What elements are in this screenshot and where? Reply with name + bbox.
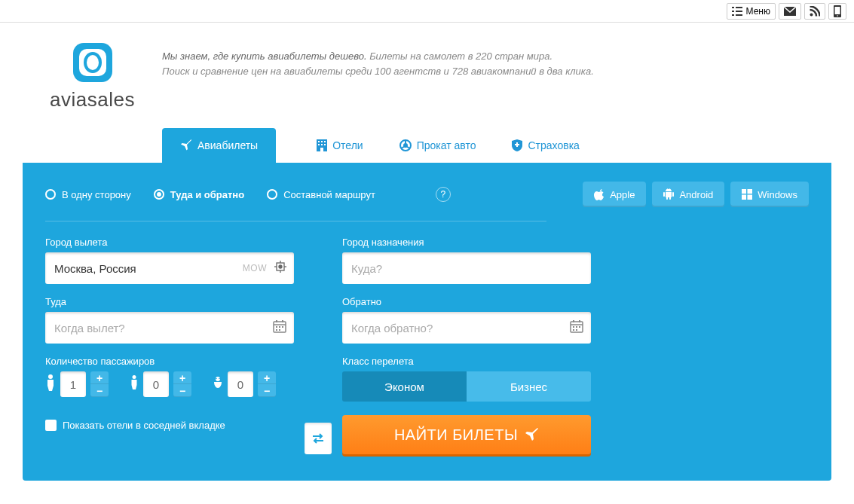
mobile-button[interactable] [828,3,846,20]
from-input-wrap: MOW [45,252,294,284]
pax-child-input[interactable] [143,371,169,397]
rss-button[interactable] [804,3,825,20]
svg-rect-0 [732,7,734,8]
list-icon [732,7,742,16]
svg-rect-18 [324,141,326,142]
svg-rect-33 [748,195,753,200]
rss-icon [810,6,820,17]
return-input[interactable] [342,312,591,344]
radio-roundtrip[interactable]: Туда и обратно [154,189,244,200]
svg-point-7 [810,13,813,16]
pax-infant-minus[interactable]: − [258,384,276,397]
svg-rect-29 [515,144,519,145]
swap-icon [311,432,325,444]
target-icon[interactable] [274,261,286,276]
svg-rect-61 [573,329,574,331]
windows-icon [742,189,752,200]
building-icon [317,139,327,151]
shield-icon [512,139,522,151]
apple-button[interactable]: Apple [583,182,646,207]
svg-point-50 [133,375,136,379]
steering-icon [399,139,412,151]
pax-infant-plus[interactable]: + [258,371,276,384]
radio-icon [154,189,164,200]
pax-infant-input[interactable] [228,371,253,397]
child-icon [130,375,139,393]
search-button[interactable]: НАЙТИ БИЛЕТЫ [342,415,591,454]
mail-button[interactable] [779,3,801,20]
svg-rect-42 [276,320,277,322]
help-icon[interactable]: ? [436,187,451,202]
svg-rect-17 [321,141,323,142]
logo[interactable]: aviasales [23,41,162,111]
tab-insurance[interactable]: Страховка [494,128,597,163]
android-button[interactable]: Android [652,182,724,207]
calendar-icon[interactable] [570,319,583,336]
from-label: Город вылета [45,237,294,248]
pax-child: +− [130,371,191,397]
checkbox-label: Показать отели в соседней вкладке [63,420,225,431]
pax-infant: +− [213,371,276,397]
hotels-checkbox[interactable]: Показать отели в соседней вкладке [45,420,294,431]
logo-icon [67,41,118,84]
plane-icon [525,428,539,441]
tabs: Авиабилеты Отели Прокат авто Страховка [23,128,831,163]
svg-point-53 [219,378,220,380]
tagline: Мы знаем, где купить авиабилеты дешево. … [162,41,594,78]
to-input[interactable] [342,252,591,284]
svg-point-10 [837,15,838,17]
class-economy[interactable]: Эконом [342,371,467,402]
tab-hotels[interactable]: Отели [298,128,381,163]
tab-label: Отели [332,139,363,151]
android-icon [663,188,674,200]
svg-rect-9 [835,7,840,14]
pax-adult-plus[interactable]: + [90,371,109,384]
tab-label: Страховка [528,139,579,151]
svg-rect-2 [732,14,734,16]
depart-input[interactable] [45,312,294,344]
svg-rect-31 [748,189,753,194]
pax-adult: +− [45,371,109,397]
svg-rect-43 [282,320,283,322]
calendar-icon[interactable] [273,319,286,336]
svg-rect-46 [282,326,283,328]
radio-oneway[interactable]: В одну сторону [45,189,131,200]
pax-adult-input[interactable] [60,371,86,397]
svg-point-49 [48,374,53,379]
class-business[interactable]: Бизнес [467,371,591,402]
svg-rect-30 [742,189,746,194]
app-buttons: Apple Android Windows [583,182,809,207]
app-label: Apple [610,189,635,200]
trip-type: В одну сторону Туда и обратно Составной … [45,187,451,202]
mobile-icon [834,5,841,17]
pax-child-plus[interactable]: + [173,371,191,384]
windows-button[interactable]: Windows [730,182,809,207]
topbar: Меню [0,0,854,23]
svg-rect-19 [318,144,320,145]
svg-rect-5 [736,14,742,16]
radio-label: Туда и обратно [170,189,244,200]
svg-rect-58 [573,326,574,328]
svg-rect-3 [736,7,742,8]
svg-rect-21 [324,144,326,145]
svg-rect-47 [276,329,277,331]
adult-icon [45,374,56,394]
swap-button[interactable] [305,423,332,454]
radio-icon [267,189,277,200]
svg-point-52 [216,378,217,380]
header: aviasales Мы знаем, где купить авиабилет… [23,41,831,111]
class-label: Класс перелета [342,356,591,367]
svg-point-35 [279,265,282,268]
plane-icon [180,139,192,151]
pax-child-minus[interactable]: − [173,384,191,397]
pax-adult-minus[interactable]: − [90,384,109,397]
svg-rect-45 [279,326,280,328]
radio-multicity[interactable]: Составной маршрут [267,189,375,200]
app-label: Android [679,189,713,200]
svg-rect-4 [736,11,742,12]
menu-label: Меню [746,6,770,17]
tab-flights[interactable]: Авиабилеты [162,128,276,163]
menu-button[interactable]: Меню [727,3,776,20]
checkbox-icon [45,420,57,431]
tab-cars[interactable]: Прокат авто [381,128,494,163]
